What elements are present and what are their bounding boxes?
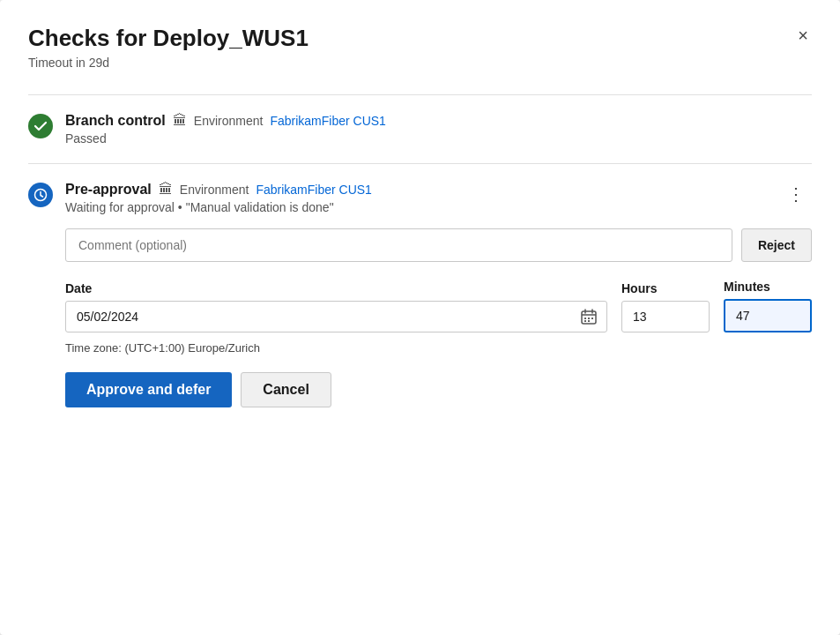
comment-row: Reject (65, 228, 812, 262)
pre-approval-env-link[interactable]: FabrikamFiber CUS1 (256, 183, 371, 197)
date-input-wrapper (65, 301, 607, 332)
branch-control-name: Branch control (65, 113, 166, 129)
reject-button[interactable]: Reject (741, 228, 812, 262)
date-time-row: Date (65, 280, 812, 332)
svg-rect-2 (584, 318, 586, 319)
branch-control-env-link[interactable]: FabrikamFiber CUS1 (270, 114, 385, 128)
branch-control-env-icon: 🏛 (173, 113, 187, 129)
pre-approval-env-icon: 🏛 (159, 182, 173, 198)
modal-title: Checks for Deploy_WUS1 (28, 25, 308, 52)
pre-approval-header: Pre-approval 🏛 Environment FabrikamFiber… (28, 182, 812, 214)
action-row: Approve and defer Cancel (65, 372, 812, 407)
calendar-icon-button[interactable] (579, 307, 598, 326)
cancel-button[interactable]: Cancel (241, 372, 331, 407)
approval-form: Reject Date (65, 228, 812, 407)
branch-control-env-label: Environment (194, 114, 264, 128)
minutes-label: Minutes (724, 280, 812, 294)
pre-approval-title-row: Pre-approval 🏛 Environment FabrikamFiber… (65, 182, 768, 198)
pre-approval-section: Pre-approval 🏛 Environment FabrikamFiber… (28, 163, 812, 425)
modal-subtitle: Timeout in 29d (28, 56, 308, 70)
approve-defer-button[interactable]: Approve and defer (65, 372, 232, 407)
svg-rect-3 (588, 318, 590, 319)
branch-control-title-row: Branch control 🏛 Environment FabrikamFib… (65, 113, 812, 129)
branch-control-section: Branch control 🏛 Environment FabrikamFib… (28, 94, 812, 163)
modal-title-group: Checks for Deploy_WUS1 Timeout in 29d (28, 25, 308, 70)
hours-field-group: Hours (621, 281, 710, 332)
svg-rect-5 (584, 320, 586, 322)
date-input[interactable] (65, 301, 607, 332)
branch-control-info: Branch control 🏛 Environment FabrikamFib… (65, 113, 812, 146)
pre-approval-status-icon (28, 183, 53, 207)
svg-rect-4 (591, 318, 593, 319)
date-field-group: Date (65, 281, 607, 332)
pre-approval-info: Pre-approval 🏛 Environment FabrikamFiber… (65, 182, 768, 214)
checks-modal: Checks for Deploy_WUS1 Timeout in 29d × … (0, 0, 840, 635)
modal-header: Checks for Deploy_WUS1 Timeout in 29d × (28, 25, 812, 70)
svg-rect-6 (588, 320, 590, 322)
close-button[interactable]: × (794, 23, 812, 48)
pre-approval-status: Waiting for approval • "Manual validatio… (65, 200, 768, 214)
minutes-field-group: Minutes (724, 280, 812, 332)
minutes-input[interactable] (724, 299, 812, 332)
timezone-text: Time zone: (UTC+1:00) Europe/Zurich (65, 341, 812, 355)
branch-control-status: Passed (65, 131, 812, 146)
pre-approval-env-label: Environment (180, 183, 249, 197)
hours-label: Hours (621, 281, 710, 295)
date-label: Date (65, 281, 607, 295)
pre-approval-more-button[interactable]: ⋮ (780, 182, 812, 206)
branch-control-header: Branch control 🏛 Environment FabrikamFib… (28, 113, 812, 146)
branch-control-status-icon (28, 114, 53, 138)
hours-input[interactable] (621, 301, 710, 332)
pre-approval-name: Pre-approval (65, 182, 152, 198)
comment-input[interactable] (65, 228, 732, 262)
